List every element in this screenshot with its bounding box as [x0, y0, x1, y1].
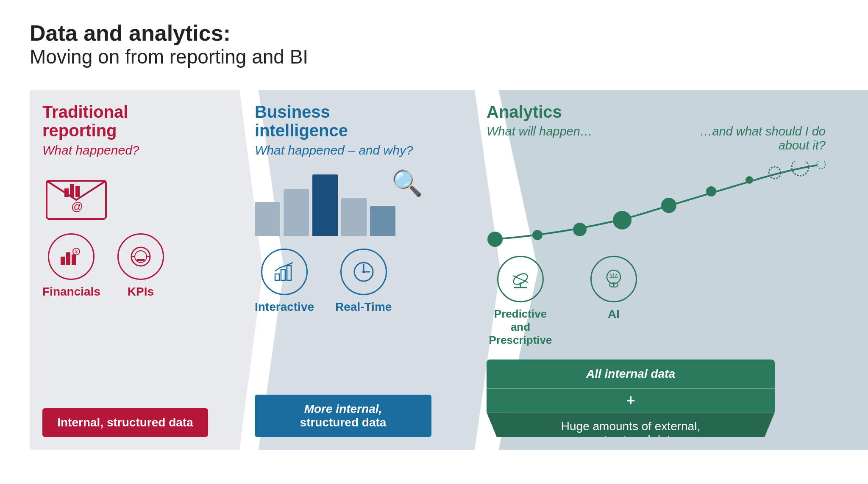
bar-4 [341, 198, 367, 236]
analytics-column: Analytics What will happen… …and what sh… [453, 90, 838, 450]
svg-rect-16 [281, 270, 285, 280]
svg-line-35 [513, 276, 528, 282]
financials-label: Financials [42, 285, 100, 299]
traditional-data-badge: Internal, structured data [42, 408, 208, 437]
bi-question: What happened – and why? [255, 143, 431, 158]
svg-rect-3 [70, 184, 74, 197]
analytics-chart [487, 161, 826, 252]
analytics-question-right: …and what should I do about it? [673, 124, 826, 152]
svg-line-37 [610, 274, 612, 277]
svg-rect-17 [287, 266, 291, 280]
analytics-questions: What will happen… …and what should I do … [487, 124, 826, 152]
magnifier-icon: 🔍 [391, 168, 423, 198]
svg-point-21 [362, 271, 365, 273]
bar-3-highlight [312, 174, 338, 236]
analytics-icons: Predictive and Prescriptive [487, 256, 826, 347]
kpis-item: KPIs [117, 233, 164, 299]
header: Data and analytics: Moving on from repor… [30, 21, 838, 69]
ai-item: AI [580, 256, 648, 321]
svg-point-25 [613, 211, 632, 230]
bar-2 [284, 189, 309, 236]
traditional-column: Traditional reporting What happened? @ [30, 90, 234, 450]
svg-point-27 [706, 186, 716, 196]
analytics-data-stack: All internal data + Huge amounts of exte… [487, 360, 775, 437]
svg-point-31 [817, 161, 826, 169]
svg-line-39 [615, 274, 617, 277]
svg-rect-5 [61, 257, 65, 265]
traditional-icons: $ Financials [42, 233, 208, 299]
analytics-heading: Analytics [487, 102, 826, 121]
analytics-badge-plus: + [487, 388, 775, 412]
svg-point-24 [573, 223, 587, 236]
realtime-label: Real-Time [335, 300, 392, 314]
realtime-item: Real-Time [335, 249, 392, 314]
traditional-question: What happened? [42, 143, 208, 158]
financials-item: $ Financials [42, 233, 100, 299]
predictive-icon [497, 256, 544, 302]
page-subtitle: Moving on from reporting and BI [30, 45, 838, 69]
bi-chart-area: 🔍 [255, 168, 431, 236]
bi-data-badge: More internal, structured data [255, 395, 431, 437]
svg-rect-7 [72, 254, 76, 265]
interactive-item: Interactive [255, 249, 314, 314]
kpis-icon [117, 233, 164, 280]
bar-5 [370, 206, 395, 236]
svg-point-36 [607, 270, 620, 284]
kpis-label: KPIs [128, 285, 154, 299]
financials-icon: $ [48, 233, 95, 280]
analytics-badge-top: All internal data [487, 360, 775, 388]
email-icon-wrapper: @ [42, 168, 208, 225]
bar-1 [255, 202, 280, 236]
bi-icons: Interactive Real-Time [255, 249, 431, 314]
svg-rect-4 [75, 186, 80, 197]
bi-column: Business intelligence What happened – an… [234, 90, 453, 450]
svg-rect-6 [66, 252, 70, 265]
email-icon: @ [42, 168, 110, 223]
svg-text:@: @ [71, 200, 83, 213]
predictive-label: Predictive and Prescriptive [487, 307, 554, 347]
bi-heading: Business intelligence [255, 102, 431, 140]
page-container: Data and analytics: Moving on from repor… [0, 0, 868, 484]
analytics-badge-bottom: Huge amounts of external, unstructured d… [487, 412, 775, 437]
analytics-question-left: What will happen… [487, 124, 593, 152]
svg-rect-15 [275, 274, 279, 280]
predictive-item: Predictive and Prescriptive [487, 256, 554, 347]
svg-point-26 [661, 198, 676, 213]
ai-icon [590, 256, 637, 302]
realtime-icon [340, 249, 387, 295]
columns-wrapper: Traditional reporting What happened? @ [30, 90, 838, 450]
svg-rect-14 [136, 259, 145, 261]
svg-text:$: $ [75, 249, 78, 254]
svg-point-28 [746, 176, 753, 184]
ai-label: AI [608, 307, 620, 321]
svg-rect-2 [64, 188, 69, 197]
svg-point-23 [532, 230, 542, 240]
interactive-icon [261, 249, 308, 295]
page-title: Data and analytics: [30, 21, 838, 45]
traditional-heading: Traditional reporting [42, 102, 208, 140]
interactive-label: Interactive [255, 300, 314, 314]
analytics-curve-svg [487, 161, 826, 250]
svg-point-22 [487, 232, 503, 247]
